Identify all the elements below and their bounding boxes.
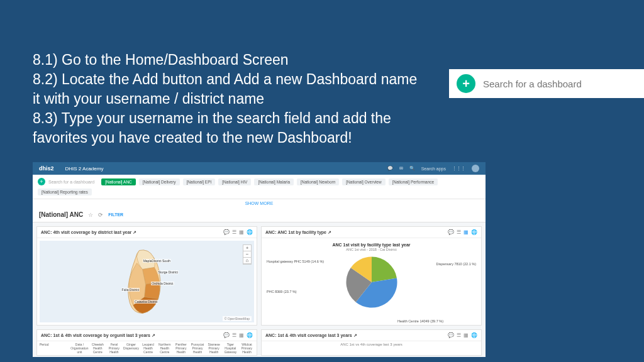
search-apps-label: Search apps (421, 167, 446, 171)
choropleth-map[interactable]: +−⌂ MapleDistrict South Sturge District … (40, 241, 254, 322)
list-icon[interactable]: ☰ (232, 332, 236, 338)
avatar[interactable] (472, 165, 479, 172)
chip-delivery[interactable]: [National] Delivery (139, 178, 180, 185)
table-header-row: PeriodData / Organisation unitCheetah He… (37, 341, 257, 355)
chip-hiv[interactable]: [National] HIV (218, 178, 251, 185)
comment-icon[interactable]: 💬 (223, 229, 230, 235)
comment-icon[interactable]: 💬 (223, 332, 230, 338)
globe-icon[interactable]: 🌐 (471, 229, 477, 235)
show-more-link[interactable]: SHOW MORE (33, 199, 486, 207)
instruction-1: 8.1) Go to the Home/Dashboard Screen (33, 50, 423, 70)
card-map: ANC: 4th visit coverage by district last… (36, 226, 257, 326)
instruction-2: 8.2) Locate the Add button and Add a new… (33, 70, 423, 109)
map-attribution: © OpenStreetMap (223, 316, 252, 321)
add-dashboard-mini-button[interactable]: + (38, 178, 45, 185)
map-label: Catawba District (134, 300, 158, 304)
reload-icon[interactable]: ⟳ (98, 212, 103, 218)
list-icon[interactable]: ☰ (457, 332, 461, 338)
map-label: Sturge District (158, 270, 179, 274)
list-icon[interactable]: ☰ (232, 229, 236, 235)
dashboard-search-input[interactable] (483, 79, 636, 89)
card-table: ANC: 1st & 4th visit coverage by orgunit… (36, 329, 257, 356)
instruction-3: 8.3) Type your username in the search fi… (33, 109, 423, 148)
dashboard-chip-bar: + Search for a dashboard [National] ANC … (33, 175, 486, 199)
zoom-control[interactable]: +−⌂ (243, 244, 252, 265)
dashboard-title: [National] ANC (39, 211, 83, 218)
app-title: DHIS 2 Academy (65, 166, 104, 172)
map-label: Fidia District (121, 288, 140, 292)
map-label: Orchida District (151, 282, 174, 285)
comment-icon[interactable]: 💬 (448, 229, 454, 235)
coverage-subtitle: ANC 1st vs 4th coverage last 3 years (262, 341, 481, 348)
card-pie-title: ANC: ANC 1st by facility type ↗ (265, 230, 331, 235)
dashboard-screenshot: dhis2 DHIS 2 Academy 💬 ✉ 🔍 Search apps ⋮… (33, 162, 486, 357)
pie-label-health-centre: Health Centre 14049 (39.7 %) (397, 319, 443, 324)
chat-icon[interactable]: 💬 (387, 166, 393, 171)
app-topbar: dhis2 DHIS 2 Academy 💬 ✉ 🔍 Search apps ⋮… (33, 162, 486, 175)
pie-label-gateway: Hospital gateway PHC 5149 (14.6 %) (267, 260, 324, 264)
chip-epi[interactable]: [National] EPI (183, 178, 216, 185)
pie-chart-title: ANC 1st visit by facility type last year (264, 243, 479, 247)
card-table-title: ANC: 1st & 4th visit coverage by orgunit… (41, 333, 155, 338)
dashboard-title-row: [National] ANC ☆ ⟳ FILTER (33, 207, 486, 222)
bar-icon[interactable]: ▦ (464, 229, 469, 235)
card-coverage-title: ANC: 1st & 4th visit coverage last 3 yea… (265, 333, 357, 338)
search-icon[interactable]: 🔍 (409, 166, 415, 171)
top-search-bar: + (449, 69, 644, 98)
comment-icon[interactable]: 💬 (448, 332, 454, 338)
bar-icon[interactable]: ▦ (464, 332, 469, 338)
bar-icon[interactable]: ▦ (239, 229, 244, 235)
mini-search-placeholder[interactable]: Search for a dashboard (48, 180, 94, 184)
chip-performance[interactable]: [National] Performance (389, 178, 438, 185)
chip-reporting[interactable]: [National] Reporting rates (38, 189, 92, 195)
card-map-title: ANC: 4th visit coverage by district last… (41, 230, 136, 235)
filter-button[interactable]: FILTER (108, 212, 123, 217)
card-pie: ANC: ANC 1st by facility type ↗ 💬 ☰ ▦ 🌐 … (261, 226, 482, 326)
pie-label-dispensary: Dispensary 7810 (22.1 %) (436, 262, 476, 266)
bar-icon[interactable]: ▦ (239, 332, 244, 338)
globe-icon[interactable]: 🌐 (247, 229, 253, 235)
chip-malaria[interactable]: [National] Malaria (254, 178, 294, 185)
pie-chart-subtitle: ANC 1st visit - 2018 - Cat District (264, 248, 479, 251)
globe-icon[interactable]: 🌐 (247, 332, 253, 338)
mail-icon[interactable]: ✉ (399, 166, 403, 171)
star-icon[interactable]: ☆ (88, 212, 93, 218)
globe-icon[interactable]: 🌐 (471, 332, 477, 338)
map-label: MapleDistrict South (143, 259, 171, 263)
chip-national-anc[interactable]: [National] ANC (101, 178, 136, 185)
add-dashboard-button[interactable]: + (457, 74, 475, 93)
instructions: 8.1) Go to the Home/Dashboard Screen 8.2… (33, 50, 423, 148)
list-icon[interactable]: ☰ (457, 229, 461, 235)
chip-newborn[interactable]: [National] Newborn (297, 178, 339, 185)
pie-label-phc: PHC 8369 (23.7 %) (267, 290, 297, 294)
app-logo: dhis2 (39, 165, 54, 172)
chip-overview[interactable]: [National] Overview (342, 178, 385, 185)
apps-grid-icon[interactable]: ⋮⋮⋮ (452, 166, 465, 171)
pie-chart (343, 254, 400, 310)
card-coverage-chart: ANC: 1st & 4th visit coverage last 3 yea… (261, 329, 482, 356)
